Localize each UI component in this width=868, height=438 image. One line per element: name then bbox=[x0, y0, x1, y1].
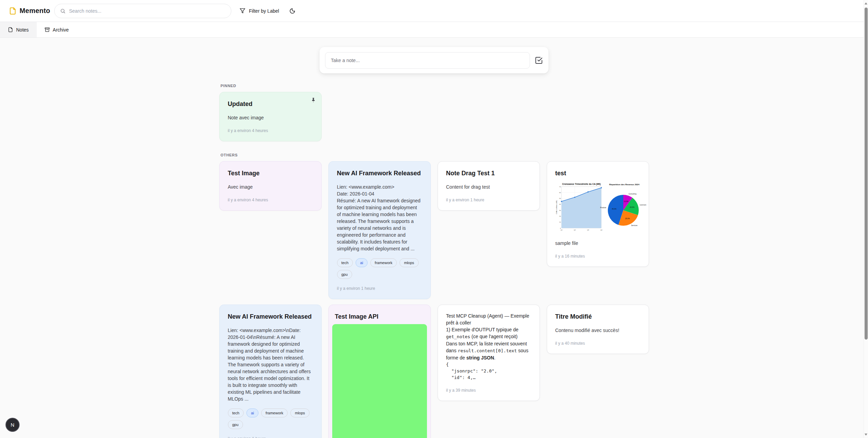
note-card-titre-modifie[interactable]: Titre Modifié Contenu modifié avec succè… bbox=[547, 305, 649, 354]
search-box[interactable] bbox=[54, 4, 231, 18]
svg-text:30: 30 bbox=[559, 210, 561, 211]
code-line: "id": 4,… bbox=[446, 374, 531, 381]
app-title: Memento bbox=[20, 7, 50, 15]
svg-text:Croissance Trimestrielle du CA: Croissance Trimestrielle du CA (M€) bbox=[562, 183, 601, 186]
svg-text:70: 70 bbox=[559, 186, 561, 188]
note-timestamp: il y a 39 minutes bbox=[446, 388, 531, 393]
svg-text:20: 20 bbox=[559, 215, 561, 217]
quarterly-revenue-area-chart: Croissance Trimestrielle du CA (M€)01020… bbox=[555, 182, 603, 234]
note-card-mcp-cleanup[interactable]: Test MCP Cleanup (Agent) — Exemple prêt … bbox=[438, 305, 540, 401]
tag-framework[interactable]: framework bbox=[370, 258, 397, 267]
pinned-grid: Updated Note avec image il y a environ 4… bbox=[219, 92, 649, 141]
svg-text:Services: Services bbox=[631, 225, 637, 226]
note-title: New AI Framework Released bbox=[337, 169, 422, 177]
note-content: Lien: <www.example.com>\nDate: 2026-01-0… bbox=[228, 327, 313, 402]
tab-notes-label: Notes bbox=[16, 27, 29, 33]
mcp-line1: Test MCP Cleanup (Agent) — Exemple prêt … bbox=[446, 313, 530, 325]
note-timestamp: il y a environ 1 heure bbox=[228, 436, 313, 438]
note-content: Test MCP Cleanup (Agent) — Exemple prêt … bbox=[446, 312, 531, 361]
note-card-test-image[interactable]: Test Image Avec image il y a environ 4 h… bbox=[219, 161, 322, 211]
note-title: Test Image API bbox=[335, 312, 424, 321]
vertical-scrollbar[interactable] bbox=[864, 0, 868, 438]
notes-file-icon bbox=[8, 27, 13, 32]
note-card-new-ai-framework-2[interactable]: New AI Framework Released Lien: <www.exa… bbox=[219, 305, 322, 438]
tab-notes[interactable]: Notes bbox=[0, 22, 37, 37]
svg-text:Répartition des Revenus 2024: Répartition des Revenus 2024 bbox=[609, 183, 639, 186]
tab-archive[interactable]: Archive bbox=[37, 22, 77, 37]
mcp-line3-post: . bbox=[494, 355, 496, 360]
mcp-line2-pre: 1) Exemple d'OUTPUT typique de bbox=[446, 327, 519, 332]
tag-ai[interactable]: ai bbox=[356, 258, 368, 267]
new-checklist-button[interactable] bbox=[535, 56, 543, 64]
scroll-down-arrow[interactable] bbox=[865, 434, 867, 436]
svg-text:60: 60 bbox=[559, 192, 561, 193]
note-card-updated[interactable]: Updated Note avec image il y a environ 4… bbox=[219, 92, 322, 141]
mcp-line2-post: (ce que l'agent reçoit) bbox=[470, 334, 518, 339]
revenue-distribution-pie-chart: Répartition des Revenus 202445.0%Produit… bbox=[603, 182, 646, 234]
search-icon bbox=[60, 8, 66, 14]
note-title: Test Image bbox=[228, 169, 313, 177]
filter-by-label-button[interactable]: Filter by Label bbox=[240, 8, 279, 14]
others-grid: Test Image Avec image il y a environ 4 h… bbox=[219, 161, 649, 438]
dark-mode-toggle[interactable] bbox=[289, 8, 296, 14]
green-image-attachment bbox=[332, 324, 427, 438]
moon-icon bbox=[289, 8, 296, 14]
pinned-section-label: PINNED bbox=[221, 84, 649, 88]
note-card-drag-test[interactable]: Note Drag Test 1 Content for drag test i… bbox=[438, 161, 540, 211]
svg-text:10.0%: 10.0% bbox=[624, 201, 628, 202]
tag-framework[interactable]: framework bbox=[261, 409, 288, 417]
inline-code: get_notes bbox=[446, 334, 470, 339]
scrollbar-thumb[interactable] bbox=[865, 8, 868, 340]
svg-text:Licences: Licences bbox=[639, 204, 646, 206]
note-card-test-image-api[interactable]: Test Image API bbox=[328, 305, 431, 438]
note-title: New AI Framework Released bbox=[228, 312, 313, 321]
svg-text:45.0%: 45.0% bbox=[612, 208, 616, 210]
svg-text:20.0%: 20.0% bbox=[629, 206, 634, 208]
svg-text:Q2: Q2 bbox=[574, 229, 576, 231]
archive-icon bbox=[45, 27, 50, 32]
pin-icon bbox=[310, 97, 316, 103]
tag-gpu[interactable]: gpu bbox=[228, 420, 243, 429]
note-content: Note avec image bbox=[228, 114, 313, 121]
tag-mlops[interactable]: mlops bbox=[400, 258, 418, 267]
note-composer bbox=[320, 47, 548, 73]
bold-text: string JSON bbox=[466, 355, 494, 360]
note-content: Avec image bbox=[228, 184, 313, 190]
note-content: Content for drag test bbox=[446, 184, 531, 190]
funnel-icon bbox=[240, 8, 245, 14]
tag-mlops[interactable]: mlops bbox=[290, 409, 309, 417]
tag-row: tech ai framework mlops gpu bbox=[337, 258, 422, 279]
svg-text:25.0%: 25.0% bbox=[625, 218, 630, 220]
note-timestamp: il y a 40 minutes bbox=[555, 341, 640, 346]
tag-ai[interactable]: ai bbox=[246, 409, 258, 417]
note-content: sample file bbox=[555, 240, 640, 247]
others-section-label: OTHERS bbox=[221, 153, 649, 157]
note-timestamp: il y a environ 1 heure bbox=[446, 197, 531, 203]
user-avatar[interactable]: N bbox=[5, 418, 20, 432]
note-card-test-charts[interactable]: test Croissance Trimestrielle du CA (M€)… bbox=[547, 161, 649, 267]
code-block: { "jsonrpc": "2.0", "id": 4,… bbox=[446, 361, 531, 381]
svg-text:50: 50 bbox=[559, 198, 561, 199]
note-timestamp: il y a environ 4 heures bbox=[228, 197, 313, 203]
notes-main: PINNED Updated Note avec image il y a en… bbox=[0, 38, 868, 438]
note-timestamp: il y a 16 minutes bbox=[555, 253, 640, 259]
scroll-up-arrow[interactable] bbox=[865, 2, 867, 4]
svg-text:Chiffre d'affaires (M€): Chiffre d'affaires (M€) bbox=[556, 200, 557, 214]
code-line: "jsonrpc": "2.0", bbox=[446, 368, 531, 374]
tab-bar: Notes Archive bbox=[0, 22, 868, 38]
svg-text:Q1: Q1 bbox=[560, 229, 563, 231]
note-title: Titre Modifié bbox=[555, 312, 640, 321]
note-card-new-ai-framework-1[interactable]: New AI Framework Released Lien: <www.exa… bbox=[328, 161, 431, 299]
file-logo-icon bbox=[9, 7, 16, 15]
tag-gpu[interactable]: gpu bbox=[337, 270, 352, 279]
tag-tech[interactable]: tech bbox=[337, 258, 353, 267]
tag-tech[interactable]: tech bbox=[228, 409, 244, 417]
svg-text:Q4: Q4 bbox=[600, 229, 602, 231]
take-a-note-input[interactable] bbox=[325, 52, 530, 69]
top-bar: Memento Filter by Label bbox=[0, 0, 868, 22]
inline-code: result.content[0].text bbox=[458, 348, 517, 353]
search-input[interactable] bbox=[69, 8, 225, 14]
tag-row: tech ai framework mlops gpu bbox=[228, 409, 313, 429]
svg-text:Q3: Q3 bbox=[587, 229, 589, 231]
note-attachment-image: Croissance Trimestrielle du CA (M€)01020… bbox=[555, 182, 640, 234]
